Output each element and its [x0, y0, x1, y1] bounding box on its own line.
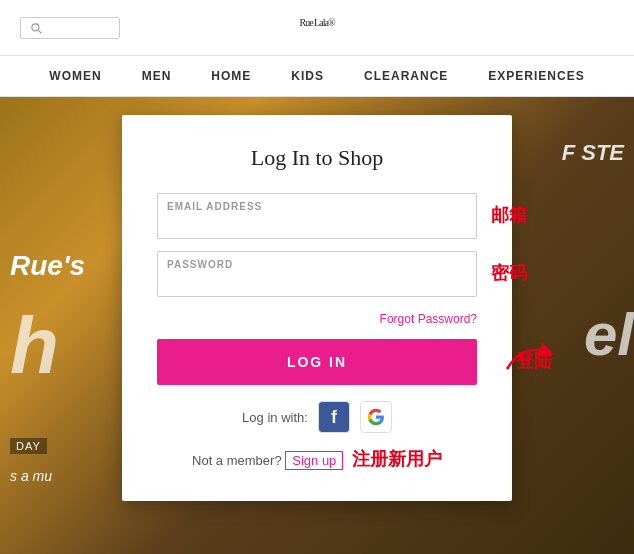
email-input[interactable] — [157, 193, 477, 239]
login-button[interactable]: LOG IN — [157, 339, 477, 385]
password-annotation: 密码 — [491, 261, 527, 285]
bg-text-el: el — [584, 300, 634, 369]
google-icon — [367, 408, 385, 426]
brand-logo: Rue Lala® — [300, 9, 335, 46]
login-btn-wrapper: LOG IN 登陆 — [157, 339, 477, 385]
bg-day-badge: DAY — [10, 438, 47, 454]
nav-item-clearance[interactable]: CLEARANCE — [364, 69, 448, 83]
login-with-row: Log in with: f — [157, 401, 477, 433]
bg-text-right: F STE — [562, 140, 624, 166]
password-input-group: PASSWORD 密码 — [157, 251, 477, 297]
not-member-text: Not a member? — [192, 453, 282, 468]
nav-item-kids[interactable]: KIDS — [291, 69, 324, 83]
nav-item-women[interactable]: WOMEN — [49, 69, 101, 83]
forgot-password-link[interactable]: Forgot Password? — [380, 312, 477, 326]
password-label: PASSWORD — [167, 259, 233, 270]
search-area[interactable] — [20, 17, 120, 39]
bg-bottom-text: s a mu — [10, 468, 52, 484]
nav-item-experiences[interactable]: EXPERIENCES — [488, 69, 584, 83]
signup-row: Not a member? Sign up 注册新用户 — [157, 447, 477, 471]
login-arrow-icon — [502, 334, 562, 374]
google-svg — [367, 408, 385, 426]
header-top: Rue Lala® — [0, 0, 634, 55]
navigation-bar: WOMEN MEN HOME KIDS CLEARANCE EXPERIENCE… — [0, 55, 634, 97]
email-input-group: EMAIL ADDRESS 邮箱 — [157, 193, 477, 239]
nav-item-home[interactable]: HOME — [211, 69, 251, 83]
google-login-button[interactable] — [360, 401, 392, 433]
nav-item-men[interactable]: MEN — [142, 69, 172, 83]
bg-text-h: h — [10, 300, 59, 392]
signup-link[interactable]: Sign up — [285, 451, 343, 470]
facebook-login-button[interactable]: f — [318, 401, 350, 433]
login-with-label: Log in with: — [242, 410, 308, 425]
email-label: EMAIL ADDRESS — [167, 201, 262, 212]
forgot-password-link-wrapper: Forgot Password? — [157, 309, 477, 327]
search-icon — [29, 21, 43, 35]
email-annotation: 邮箱 — [491, 203, 527, 227]
signup-annotation: 注册新用户 — [352, 449, 442, 469]
header: Rue Lala® WOMEN MEN HOME KIDS CLEARANCE … — [0, 0, 634, 97]
login-modal: Log In to Shop EMAIL ADDRESS 邮箱 PASSWORD… — [122, 115, 512, 501]
password-input[interactable] — [157, 251, 477, 297]
modal-title: Log In to Shop — [157, 145, 477, 171]
bg-text-left1: Rue's — [10, 250, 85, 282]
